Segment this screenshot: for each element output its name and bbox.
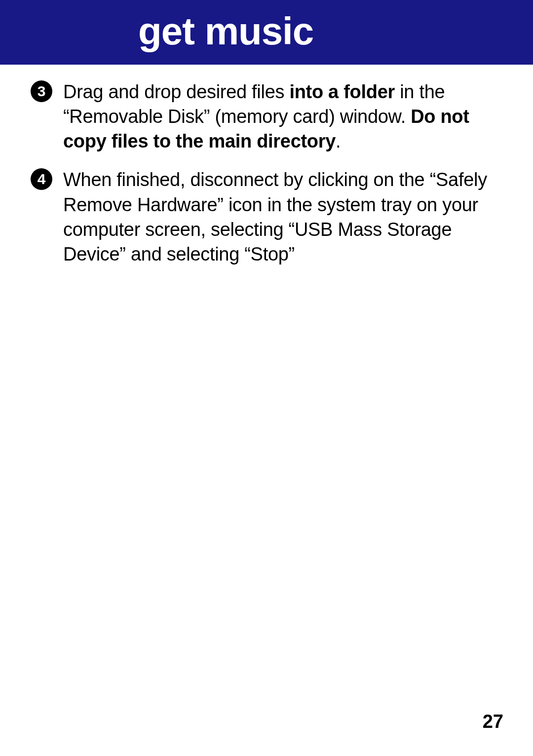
content-area: 3 Drag and drop desired files into a fol… — [0, 65, 533, 266]
step-4-marker-icon: 4 — [30, 167, 53, 191]
step-3-number: 3 — [38, 83, 46, 99]
page-title: get music — [0, 9, 533, 54]
page-header: get music — [0, 0, 533, 65]
page-number: 27 — [483, 711, 503, 732]
step-4: 4 When finished, disconnect by clicking … — [30, 167, 503, 266]
step-3-marker-icon: 3 — [30, 79, 53, 103]
step-3: 3 Drag and drop desired files into a fol… — [30, 79, 503, 153]
step-3-text: Drag and drop desired files into a folde… — [63, 79, 503, 153]
step-4-text: When finished, disconnect by clicking on… — [63, 167, 503, 266]
step-4-number: 4 — [38, 171, 46, 187]
